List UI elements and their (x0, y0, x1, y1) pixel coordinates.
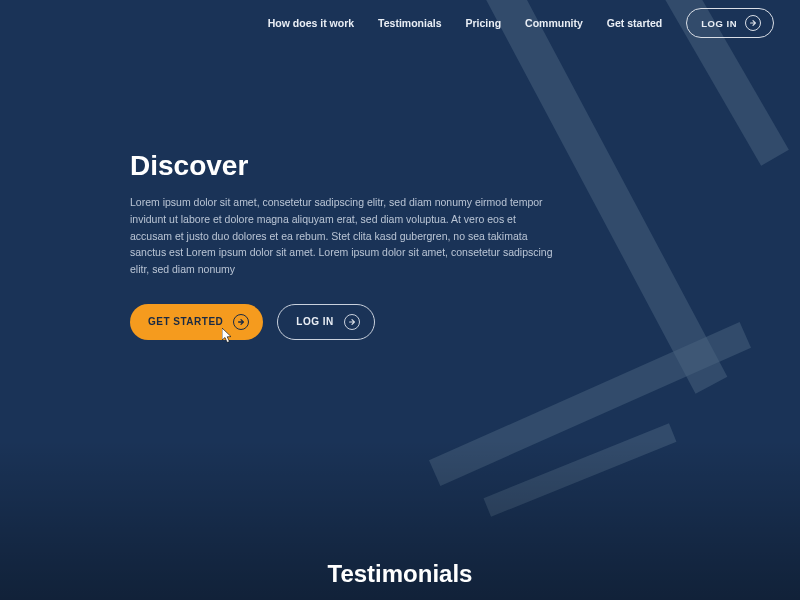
get-started-label: GET STARTED (148, 316, 223, 327)
nav-link-community[interactable]: Community (525, 17, 583, 29)
top-nav: How does it work Testimonials Pricing Co… (0, 0, 800, 46)
hero-login-button[interactable]: LOG IN (277, 304, 374, 340)
testimonials-heading: Testimonials (0, 560, 800, 588)
nav-link-pricing[interactable]: Pricing (465, 17, 501, 29)
hero-section: Discover Lorem ipsum dolor sit amet, con… (130, 150, 560, 340)
nav-login-label: LOG IN (701, 18, 737, 29)
nav-link-testimonials[interactable]: Testimonials (378, 17, 441, 29)
arrow-right-icon (745, 15, 761, 31)
get-started-button[interactable]: GET STARTED (130, 304, 263, 340)
hero-buttons: GET STARTED LOG IN (130, 304, 560, 340)
hero-body: Lorem ipsum dolor sit amet, consetetur s… (130, 194, 560, 278)
arrow-right-icon (344, 314, 360, 330)
nav-link-how-it-works[interactable]: How does it work (268, 17, 354, 29)
mouse-cursor-icon (222, 328, 234, 344)
hero-title: Discover (130, 150, 560, 182)
nav-link-get-started[interactable]: Get started (607, 17, 662, 29)
nav-login-button[interactable]: LOG IN (686, 8, 774, 38)
arrow-right-icon (233, 314, 249, 330)
hero-login-label: LOG IN (296, 316, 333, 327)
